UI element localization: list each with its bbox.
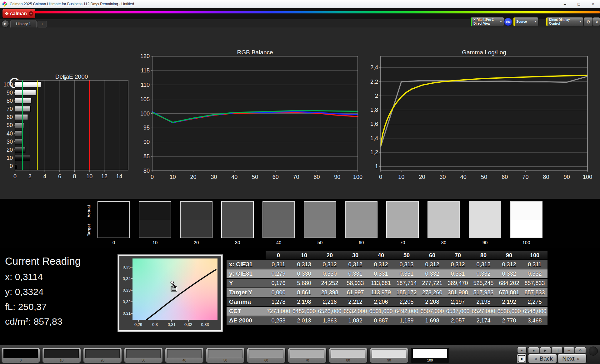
- pattern-button-70[interactable]: 70: [288, 348, 327, 363]
- pattern-button-30[interactable]: 30: [124, 348, 163, 363]
- swatch-label: 50: [304, 240, 336, 245]
- swatch-actual: [511, 202, 542, 220]
- pattern-button-90[interactable]: 90: [370, 348, 408, 363]
- pattern-button-20[interactable]: 20: [83, 348, 122, 363]
- source-dropdown[interactable]: Source ▼: [513, 17, 538, 26]
- stop-button[interactable]: ■: [528, 347, 539, 354]
- gamma-loglog-chart: Gamma Log/Log11,21,41,61,822,22,40102030…: [359, 48, 600, 186]
- pattern-label: 100: [411, 358, 449, 362]
- table-cell: 1,159: [394, 316, 419, 325]
- pattern-swatch: [413, 349, 447, 358]
- logo-row: ❖ calman ▼: [0, 8, 600, 19]
- table-cell: 0,312: [445, 260, 471, 269]
- svg-text:60: 60: [7, 114, 13, 120]
- table-cell: 187,714: [394, 279, 419, 288]
- svg-text:50: 50: [481, 174, 487, 180]
- table-cell: 2,197: [445, 298, 471, 306]
- swatch-label: 80: [428, 240, 460, 245]
- minimize-button[interactable]: –: [558, 0, 572, 8]
- pattern-button-60[interactable]: 60: [247, 348, 286, 363]
- svg-text:2,4: 2,4: [370, 64, 378, 71]
- svg-text:8: 8: [73, 173, 76, 180]
- table-cell: 1,698: [419, 316, 445, 325]
- step-button[interactable]: [·]: [552, 347, 562, 354]
- cie-x-tick-label: 0,33: [201, 322, 209, 327]
- meter-dropdown[interactable]: X-Rite i1Pro 3Direct View ▼: [470, 17, 504, 26]
- table-cell: 6537,000: [445, 307, 471, 316]
- svg-text:60: 60: [502, 174, 508, 180]
- swatch-target: [139, 220, 171, 238]
- meter-label: X-Rite i1Pro 3Direct View: [473, 18, 494, 25]
- swatch-80: [428, 201, 460, 238]
- close-button[interactable]: ×: [586, 0, 600, 8]
- settings-button[interactable]: ⚙: [584, 17, 593, 26]
- maximize-button[interactable]: □: [572, 0, 586, 8]
- pattern-window-button[interactable]: ■: [517, 354, 527, 363]
- table-cell: 185,172: [394, 288, 419, 297]
- table-cell: 2,174: [471, 316, 496, 325]
- tab-history-1[interactable]: History 1: [10, 20, 37, 28]
- next-button[interactable]: Next »: [558, 354, 587, 363]
- pattern-button-100[interactable]: 100: [411, 348, 449, 363]
- table-cell: 113,979: [368, 288, 394, 297]
- pattern-button-80[interactable]: 80: [329, 348, 368, 363]
- svg-text:110: 110: [141, 82, 150, 88]
- swatch-target: [98, 220, 129, 238]
- table-cell: 0,331: [445, 269, 471, 278]
- display-control-dropdown[interactable]: Direct Display Control ▼: [546, 17, 583, 26]
- table-cell: 6526,000: [317, 307, 342, 316]
- back-button[interactable]: « Back: [528, 354, 557, 363]
- table-cell: 2,057: [445, 316, 471, 325]
- add-tab-button[interactable]: +: [38, 21, 47, 27]
- chevron-down-icon: ▼: [579, 20, 582, 23]
- pattern-label: 20: [83, 358, 122, 362]
- svg-text:80: 80: [313, 174, 320, 180]
- swatch-70: [386, 201, 419, 238]
- reading-y: y: 0,3324: [5, 287, 43, 297]
- repeat-button[interactable]: ⟳: [575, 347, 586, 354]
- stop-square-icon: ■: [518, 355, 525, 362]
- table-cell: 6536,000: [496, 307, 522, 316]
- window-title: Calman 2025 Calman Ultimate for Business…: [10, 2, 134, 6]
- table-cell: 2,198: [471, 298, 496, 306]
- collapse-panel-button[interactable]: ◀: [593, 17, 600, 26]
- pattern-scroll-up-button[interactable]: ▲: [517, 347, 527, 353]
- cie-y-tick-label: 0,35: [121, 265, 131, 269]
- table-cell: 0,311: [266, 260, 291, 269]
- chevrons-left-icon: «: [534, 356, 537, 362]
- infinity-button[interactable]: ∞: [563, 347, 574, 354]
- pattern-button-40[interactable]: 40: [165, 348, 204, 363]
- pattern-button-0[interactable]: 0: [1, 348, 40, 363]
- svg-text:90: 90: [7, 90, 13, 96]
- table-row: Target Y0,0008,86128,39861,997113,979185…: [227, 288, 548, 297]
- table-col-header: 70: [445, 251, 471, 259]
- swatch-20: [180, 201, 212, 238]
- table-row-label: Y: [227, 279, 266, 288]
- table-cell: 0,331: [342, 269, 368, 278]
- svg-text:10: 10: [86, 173, 92, 180]
- table-col-header: 80: [471, 251, 496, 259]
- table-cell: 0,312: [496, 260, 522, 269]
- grayscale-swatch-strip: Actual Target 0102030405060708090100: [0, 199, 600, 248]
- svg-text:14: 14: [116, 173, 122, 180]
- swatch-actual: [346, 202, 377, 220]
- swatch-60: [345, 201, 378, 238]
- pattern-label: 50: [206, 358, 244, 362]
- tab-scroll-button[interactable]: ▶: [2, 20, 9, 27]
- play-button[interactable]: ▶: [540, 347, 551, 354]
- swatch-30: [221, 201, 254, 238]
- pattern-button-50[interactable]: 50: [206, 348, 245, 363]
- table-cell: 0,312: [342, 260, 368, 269]
- table-cell: 381,908: [445, 288, 471, 297]
- svg-text:20: 20: [190, 174, 197, 180]
- pattern-label: 60: [247, 358, 285, 362]
- reading-x: x: 0,3114: [5, 272, 43, 282]
- calman-menu-button[interactable]: ❖ calman ▼: [2, 9, 35, 18]
- pattern-swatch: [331, 349, 365, 358]
- pattern-button-10[interactable]: 10: [42, 348, 81, 363]
- svg-text:90: 90: [334, 174, 340, 180]
- table-row: y: CIE310,2790,3300,3300,3310,3310,3310,…: [227, 269, 548, 278]
- table-cell: 8,861: [291, 288, 317, 297]
- pattern-label: 0: [2, 358, 40, 362]
- cie-x-tick-label: 0,31: [168, 322, 176, 327]
